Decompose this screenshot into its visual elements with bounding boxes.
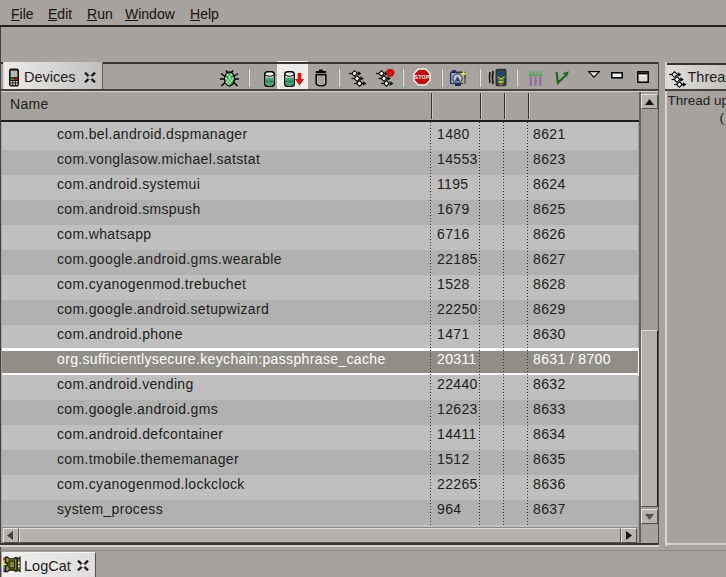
svg-text:STOP: STOP	[415, 74, 430, 80]
